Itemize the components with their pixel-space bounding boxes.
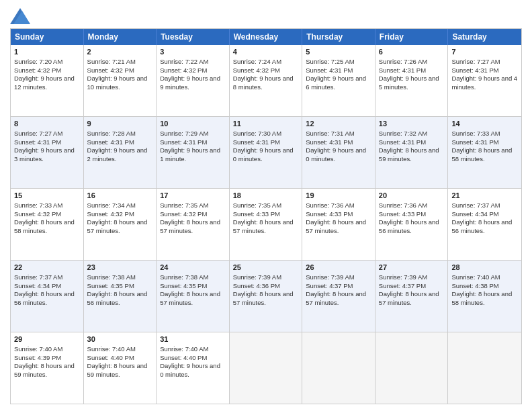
calendar-row-1: 1Sunrise: 7:20 AMSunset: 4:32 PMDaylight… bbox=[11, 45, 521, 116]
day-number: 6 bbox=[379, 47, 445, 57]
sunrise-text: Sunrise: 7:34 AM bbox=[87, 201, 153, 210]
sunset-text: Sunset: 4:31 PM bbox=[306, 66, 371, 75]
sunset-text: Sunset: 4:33 PM bbox=[379, 210, 445, 219]
calendar-cell: 31Sunrise: 7:40 AMSunset: 4:40 PMDayligh… bbox=[157, 332, 230, 404]
daylight-text: Daylight: 9 hours and 4 minutes. bbox=[451, 75, 518, 92]
sunrise-text: Sunrise: 7:33 AM bbox=[14, 201, 80, 210]
daylight-text: Daylight: 8 hours and 59 minutes. bbox=[87, 362, 153, 379]
sunset-text: Sunset: 4:37 PM bbox=[379, 282, 445, 291]
sunset-text: Sunset: 4:31 PM bbox=[160, 138, 226, 147]
day-number: 4 bbox=[233, 47, 299, 57]
day-number: 17 bbox=[160, 191, 226, 201]
sunrise-text: Sunrise: 7:40 AM bbox=[14, 345, 80, 354]
day-number: 13 bbox=[379, 119, 445, 129]
sunset-text: Sunset: 4:38 PM bbox=[451, 282, 518, 291]
daylight-text: Daylight: 8 hours and 58 minutes. bbox=[451, 146, 518, 164]
sunrise-text: Sunrise: 7:39 AM bbox=[306, 273, 371, 282]
calendar-cell: 10Sunrise: 7:29 AMSunset: 4:31 PMDayligh… bbox=[157, 117, 230, 188]
sunset-text: Sunset: 4:35 PM bbox=[87, 282, 153, 291]
day-number: 18 bbox=[233, 191, 299, 201]
daylight-text: Daylight: 8 hours and 57 minutes. bbox=[160, 218, 226, 236]
sunset-text: Sunset: 4:35 PM bbox=[160, 282, 226, 291]
calendar-cell: 18Sunrise: 7:35 AMSunset: 4:33 PMDayligh… bbox=[230, 189, 303, 260]
sunrise-text: Sunrise: 7:38 AM bbox=[160, 273, 226, 282]
calendar-cell: 21Sunrise: 7:37 AMSunset: 4:34 PMDayligh… bbox=[448, 189, 521, 260]
calendar-row-4: 22Sunrise: 7:37 AMSunset: 4:34 PMDayligh… bbox=[11, 260, 521, 332]
calendar-cell: 24Sunrise: 7:38 AMSunset: 4:35 PMDayligh… bbox=[157, 261, 230, 332]
calendar-cell: 9Sunrise: 7:28 AMSunset: 4:31 PMDaylight… bbox=[84, 117, 157, 188]
sunrise-text: Sunrise: 7:29 AM bbox=[160, 130, 226, 138]
sunrise-text: Sunrise: 7:40 AM bbox=[160, 345, 226, 354]
calendar-cell: 14Sunrise: 7:33 AMSunset: 4:31 PMDayligh… bbox=[448, 117, 521, 188]
day-number: 30 bbox=[87, 334, 153, 345]
calendar-header-tuesday: Tuesday bbox=[157, 29, 230, 45]
sunset-text: Sunset: 4:31 PM bbox=[379, 138, 445, 147]
daylight-text: Daylight: 8 hours and 58 minutes. bbox=[14, 218, 80, 236]
calendar-cell: 2Sunrise: 7:21 AMSunset: 4:32 PMDaylight… bbox=[84, 45, 157, 116]
daylight-text: Daylight: 8 hours and 56 minutes. bbox=[87, 290, 153, 308]
sunrise-text: Sunrise: 7:22 AM bbox=[160, 58, 226, 66]
daylight-text: Daylight: 8 hours and 56 minutes. bbox=[14, 290, 80, 308]
daylight-text: Daylight: 8 hours and 56 minutes. bbox=[379, 218, 445, 236]
day-number: 14 bbox=[451, 119, 518, 129]
sunrise-text: Sunrise: 7:26 AM bbox=[379, 58, 445, 66]
calendar-cell: 5Sunrise: 7:25 AMSunset: 4:31 PMDaylight… bbox=[302, 45, 375, 116]
calendar-cell: 3Sunrise: 7:22 AMSunset: 4:32 PMDaylight… bbox=[157, 45, 230, 116]
calendar-cell: 28Sunrise: 7:40 AMSunset: 4:38 PMDayligh… bbox=[448, 261, 521, 332]
day-number: 16 bbox=[87, 191, 153, 201]
sunset-text: Sunset: 4:32 PM bbox=[87, 66, 153, 75]
calendar-cell: 1Sunrise: 7:20 AMSunset: 4:32 PMDaylight… bbox=[11, 45, 84, 116]
daylight-text: Daylight: 8 hours and 57 minutes. bbox=[306, 218, 371, 236]
day-number: 3 bbox=[160, 47, 226, 57]
daylight-text: Daylight: 9 hours and 3 minutes. bbox=[14, 146, 80, 164]
day-number: 10 bbox=[160, 119, 226, 129]
daylight-text: Daylight: 9 hours and 9 minutes. bbox=[160, 75, 226, 92]
day-number: 1 bbox=[14, 47, 80, 57]
calendar-row-2: 8Sunrise: 7:27 AMSunset: 4:31 PMDaylight… bbox=[11, 116, 521, 188]
sunset-text: Sunset: 4:31 PM bbox=[306, 138, 371, 147]
calendar-cell: 23Sunrise: 7:38 AMSunset: 4:35 PMDayligh… bbox=[84, 261, 157, 332]
sunrise-text: Sunrise: 7:38 AM bbox=[87, 273, 153, 282]
daylight-text: Daylight: 9 hours and 8 minutes. bbox=[233, 75, 299, 92]
sunset-text: Sunset: 4:33 PM bbox=[306, 210, 371, 219]
sunset-text: Sunset: 4:39 PM bbox=[14, 354, 80, 363]
sunset-text: Sunset: 4:40 PM bbox=[160, 354, 226, 363]
calendar-cell bbox=[375, 332, 449, 404]
daylight-text: Daylight: 9 hours and 0 minutes. bbox=[160, 362, 226, 379]
sunrise-text: Sunrise: 7:30 AM bbox=[233, 130, 299, 138]
sunrise-text: Sunrise: 7:37 AM bbox=[451, 201, 518, 210]
sunset-text: Sunset: 4:40 PM bbox=[87, 354, 153, 363]
sunset-text: Sunset: 4:34 PM bbox=[451, 210, 518, 219]
sunset-text: Sunset: 4:31 PM bbox=[451, 138, 518, 147]
sunrise-text: Sunrise: 7:33 AM bbox=[451, 130, 518, 138]
sunrise-text: Sunrise: 7:40 AM bbox=[87, 345, 153, 354]
day-number: 5 bbox=[306, 47, 371, 57]
sunrise-text: Sunrise: 7:39 AM bbox=[233, 273, 299, 282]
calendar-cell: 29Sunrise: 7:40 AMSunset: 4:39 PMDayligh… bbox=[11, 332, 84, 404]
daylight-text: Daylight: 9 hours and 10 minutes. bbox=[87, 75, 153, 92]
calendar-cell bbox=[448, 332, 521, 404]
sunrise-text: Sunrise: 7:32 AM bbox=[379, 130, 445, 138]
sunrise-text: Sunrise: 7:20 AM bbox=[14, 58, 80, 66]
calendar-cell: 15Sunrise: 7:33 AMSunset: 4:32 PMDayligh… bbox=[11, 189, 84, 260]
sunset-text: Sunset: 4:31 PM bbox=[379, 66, 445, 75]
sunrise-text: Sunrise: 7:35 AM bbox=[233, 201, 299, 210]
day-number: 25 bbox=[233, 263, 299, 273]
day-number: 29 bbox=[14, 334, 80, 345]
sunset-text: Sunset: 4:31 PM bbox=[14, 138, 80, 147]
day-number: 19 bbox=[306, 191, 371, 201]
day-number: 23 bbox=[87, 263, 153, 273]
page: SundayMondayTuesdayWednesdayThursdayFrid… bbox=[0, 0, 532, 411]
calendar-body: 1Sunrise: 7:20 AMSunset: 4:32 PMDaylight… bbox=[11, 45, 521, 404]
sunset-text: Sunset: 4:37 PM bbox=[306, 282, 371, 291]
day-number: 26 bbox=[306, 263, 371, 273]
calendar-header-friday: Friday bbox=[375, 29, 449, 45]
sunrise-text: Sunrise: 7:27 AM bbox=[451, 58, 518, 66]
day-number: 7 bbox=[451, 47, 518, 57]
calendar-cell: 12Sunrise: 7:31 AMSunset: 4:31 PMDayligh… bbox=[302, 117, 375, 188]
day-number: 27 bbox=[379, 263, 445, 273]
calendar-cell bbox=[302, 332, 375, 404]
calendar-cell: 6Sunrise: 7:26 AMSunset: 4:31 PMDaylight… bbox=[375, 45, 449, 116]
sunrise-text: Sunrise: 7:36 AM bbox=[379, 201, 445, 210]
logo bbox=[10, 7, 33, 24]
